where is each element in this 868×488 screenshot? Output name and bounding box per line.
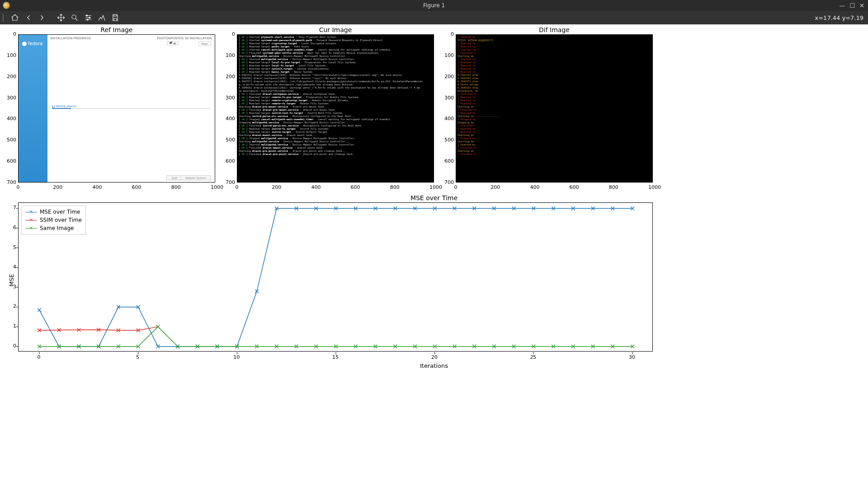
ref-help-button: Help! bbox=[198, 41, 211, 46]
chart-axes[interactable]: MSE over TimeSSIM over TimeSame Image bbox=[18, 202, 653, 352]
home-icon[interactable] bbox=[9, 12, 21, 23]
zoom-icon[interactable] bbox=[69, 12, 80, 23]
minimize-icon[interactable]: — bbox=[839, 2, 845, 9]
ref-image-content: fedora INSTALLATION PROGRESS PHOTONPONYO… bbox=[19, 35, 215, 182]
figure-canvas: Ref Image fedora INSTALLATION PROGRESS P… bbox=[0, 24, 868, 488]
chart-legend: MSE over TimeSSIM over TimeSame Image bbox=[21, 206, 86, 235]
cur-title: Cur Image bbox=[237, 26, 434, 33]
ref-brand: fedora bbox=[28, 41, 42, 46]
ref-title: Ref Image bbox=[18, 26, 215, 33]
ref-head-right: PHOTONPONYOS 38 INSTALLATION bbox=[157, 37, 212, 40]
window-title: Figure 1 bbox=[423, 2, 445, 9]
cur-axes[interactable]: [ OK ] Started plymouth-start.service - … bbox=[237, 34, 434, 183]
forward-icon[interactable] bbox=[36, 12, 48, 23]
save-icon[interactable] bbox=[109, 12, 121, 23]
svg-point-2 bbox=[89, 17, 90, 19]
subplot-ref: Ref Image fedora INSTALLATION PROGRESS P… bbox=[18, 34, 215, 183]
edit-axes-icon[interactable] bbox=[96, 12, 108, 23]
chart-xlabel: Iterations bbox=[0, 362, 868, 369]
ref-status-text: Writing objects bbox=[56, 104, 76, 108]
ref-axes[interactable]: fedora INSTALLATION PROGRESS PHOTONPONYO… bbox=[18, 34, 215, 183]
svg-point-0 bbox=[72, 15, 76, 19]
chart-title: MSE over Time bbox=[18, 194, 850, 202]
ref-reboot-button: Reboot System bbox=[181, 175, 211, 180]
svg-point-3 bbox=[87, 19, 88, 20]
ref-lang: 🏴 de bbox=[167, 41, 179, 45]
cursor-coord: x=17.44 y=7.19 bbox=[815, 14, 863, 21]
svg-point-1 bbox=[86, 15, 88, 16]
dif-title: Dif Image bbox=[456, 26, 653, 33]
ref-head-left: INSTALLATION PROGRESS bbox=[50, 37, 91, 40]
dif-image-content: ] Started plTITLE: @{TASK-@{@OBJECT}] Re… bbox=[456, 35, 652, 182]
subplot-cur: Cur Image [ OK ] Started plymouth-start.… bbox=[237, 34, 434, 183]
ref-quit-button: Quit bbox=[166, 175, 182, 180]
configure-icon[interactable] bbox=[82, 12, 94, 23]
subplot-dif: Dif Image ] Started plTITLE: @{TASK-@{@O… bbox=[456, 34, 653, 183]
dif-axes[interactable]: ] Started plTITLE: @{TASK-@{@OBJECT}] Re… bbox=[456, 34, 653, 183]
app-icon bbox=[3, 2, 10, 9]
toolbar-grip bbox=[3, 14, 5, 22]
close-icon[interactable]: ✕ bbox=[859, 2, 864, 9]
maximize-icon[interactable]: ☐ bbox=[849, 2, 855, 9]
cur-image-content: [ OK ] Started plymouth-start.service - … bbox=[237, 35, 434, 182]
window-titlebar: Figure 1 — ☐ ✕ bbox=[0, 0, 868, 11]
mpl-toolbar: x=17.44 y=7.19 bbox=[0, 11, 868, 24]
back-icon[interactable] bbox=[23, 12, 34, 23]
pan-icon[interactable] bbox=[55, 12, 67, 23]
